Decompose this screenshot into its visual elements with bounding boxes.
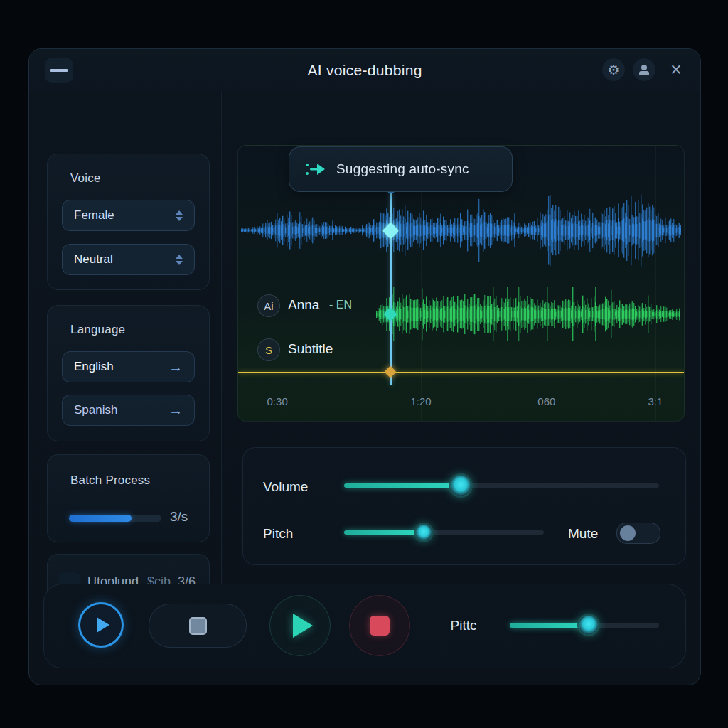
stop-icon xyxy=(189,617,207,635)
pitch-slider-fill xyxy=(344,530,424,535)
original-waveform xyxy=(241,188,681,273)
dubbed-waveform xyxy=(376,286,680,343)
language-source-button[interactable]: English → xyxy=(62,351,195,382)
language-section: Language English → Spanish → xyxy=(47,305,210,441)
timeline-tick: 0:30 xyxy=(267,395,288,407)
batch-progress-fill xyxy=(69,515,132,522)
language-source-value: English xyxy=(74,360,114,374)
mute-toggle[interactable] xyxy=(616,523,660,544)
subtitle-track-badge: S xyxy=(257,338,280,361)
timeline-ruler[interactable]: 0:30 1:20 060 3:1 xyxy=(238,385,684,421)
transport-bar: Pittc xyxy=(43,584,686,668)
transport-pitch-label: Pittc xyxy=(432,618,496,633)
mixer-panel: Volume Pitch Mute xyxy=(242,447,686,565)
sidebar: Voice Female Neutral Language English → … xyxy=(29,92,222,584)
pitch-label: Pitch xyxy=(263,526,293,542)
batch-progress-bar xyxy=(69,515,161,522)
play-button[interactable] xyxy=(78,602,124,648)
app-title: AI voice-dubbing xyxy=(29,49,700,92)
volume-slider-fill xyxy=(344,483,461,488)
auto-sync-banner[interactable]: Suggesting auto-sync xyxy=(289,146,513,192)
timeline-tick: 1:20 xyxy=(410,395,431,407)
title-bar: AI voice-dubbing ⚙ × xyxy=(29,49,700,92)
pitch-slider-knob[interactable] xyxy=(416,525,432,540)
language-section-label: Language xyxy=(70,323,125,337)
voice-gender-value: Female xyxy=(74,208,114,223)
voice-tone-value: Neutral xyxy=(74,252,113,267)
language-target-button[interactable]: Spanish → xyxy=(62,395,195,426)
playhead-marker-subtitle[interactable] xyxy=(384,366,396,378)
voice-section: Voice Female Neutral xyxy=(47,154,210,290)
volume-label: Volume xyxy=(263,479,308,495)
arrow-right-icon: → xyxy=(168,360,183,374)
close-button[interactable]: × xyxy=(665,58,687,81)
mute-label: Mute xyxy=(568,526,598,542)
subtitle-track-name: Subtitle xyxy=(288,341,333,357)
playhead[interactable] xyxy=(390,188,392,385)
settings-button[interactable]: ⚙ xyxy=(602,58,625,81)
pitch-slider[interactable] xyxy=(344,530,544,535)
app-window: AI voice-dubbing ⚙ × Voice Female Neutra… xyxy=(28,48,701,685)
subtitle-track-line xyxy=(238,372,684,373)
chevron-updown-icon xyxy=(176,210,183,221)
preview-play-button[interactable] xyxy=(269,595,331,656)
auto-sync-banner-label: Suggesting auto-sync xyxy=(336,161,469,177)
timeline-tick: 060 xyxy=(537,395,555,407)
close-icon: × xyxy=(670,60,682,80)
transport-pitch-slider-fill xyxy=(510,623,589,628)
record-button[interactable] xyxy=(349,595,410,656)
play-icon xyxy=(97,617,109,633)
gear-icon: ⚙ xyxy=(607,62,619,78)
batch-rate-text: 3/s xyxy=(170,509,188,525)
play-icon xyxy=(293,614,313,638)
stop-button[interactable] xyxy=(149,604,247,648)
voice-tone-select[interactable]: Neutral xyxy=(62,244,195,275)
person-icon xyxy=(639,65,649,75)
batch-process-label: Batch Process xyxy=(70,473,150,488)
voice-section-label: Voice xyxy=(70,171,101,186)
record-icon xyxy=(370,616,390,636)
arrow-right-icon: → xyxy=(168,403,183,417)
language-target-value: Spanish xyxy=(74,403,117,417)
transport-pitch-slider-knob[interactable] xyxy=(579,616,598,634)
mute-toggle-knob xyxy=(620,525,636,541)
dub-track-language-tag: - EN xyxy=(329,299,352,311)
voice-gender-select[interactable]: Female xyxy=(62,200,195,231)
timeline-tick: 3:1 xyxy=(648,395,663,407)
volume-slider[interactable] xyxy=(344,483,659,488)
chevron-updown-icon xyxy=(176,255,183,265)
volume-slider-knob[interactable] xyxy=(451,476,471,496)
batch-process-section: Batch Process 3/s xyxy=(47,454,210,542)
transport-pitch-slider[interactable] xyxy=(510,623,659,628)
ai-track-badge: Ai xyxy=(257,294,280,317)
dub-track-name: Anna xyxy=(288,297,319,313)
account-button[interactable] xyxy=(633,58,655,81)
auto-sync-arrow-icon xyxy=(305,161,326,177)
